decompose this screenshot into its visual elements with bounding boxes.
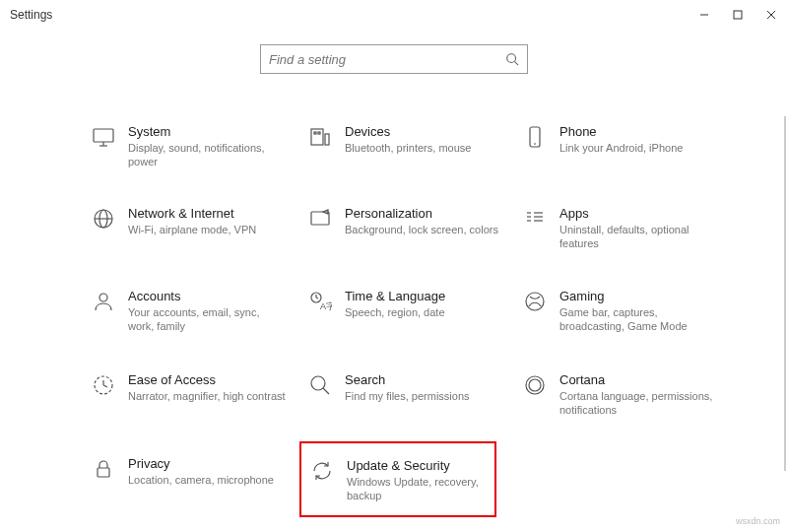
category-desc: Narrator, magnifier, high contrast — [128, 389, 288, 403]
category-network[interactable]: Network & InternetWi-Fi, airplane mode, … — [91, 206, 288, 236]
category-title: Devices — [345, 124, 504, 139]
window-controls — [688, 0, 788, 30]
category-update[interactable]: Update & SecurityWindows Update, recover… — [299, 441, 496, 517]
category-desc: Game bar, captures, broadcasting, Game M… — [559, 305, 719, 334]
display-icon — [91, 124, 116, 150]
category-desc: Link your Android, iPhone — [559, 141, 719, 155]
category-desc: Your accounts, email, sync, work, family — [128, 305, 288, 334]
category-title: Phone — [559, 124, 719, 139]
category-cortana[interactable]: CortanaCortana language, permissions, no… — [522, 372, 719, 418]
category-title: Gaming — [559, 289, 719, 303]
category-system[interactable]: SystemDisplay, sound, notifications, pow… — [91, 124, 288, 169]
category-personalization[interactable]: PersonalizationBackground, lock screen, … — [307, 206, 504, 236]
svg-rect-11 — [318, 132, 320, 134]
cortana-icon — [522, 372, 548, 398]
category-gaming[interactable]: GamingGame bar, captures, broadcasting, … — [522, 289, 719, 334]
globe-icon — [91, 206, 116, 232]
phone-icon — [522, 124, 548, 150]
category-ease[interactable]: Ease of AccessNarrator, magnifier, high … — [91, 372, 288, 403]
category-desc: Cortana language, permissions, notificat… — [559, 389, 719, 418]
category-title: Network & Internet — [128, 206, 288, 221]
category-title: Cortana — [559, 372, 719, 387]
category-search[interactable]: SearchFind my files, permissions — [307, 372, 504, 403]
category-title: Privacy — [128, 456, 288, 471]
xbox-icon — [522, 289, 548, 314]
svg-rect-36 — [98, 468, 109, 477]
category-title: Personalization — [345, 206, 504, 221]
category-title: Apps — [559, 206, 719, 221]
category-time[interactable]: A字 Time & LanguageSpeech, region, date — [307, 289, 504, 319]
magnifier-icon — [307, 372, 333, 398]
svg-point-30 — [526, 293, 544, 310]
search-box[interactable] — [260, 44, 528, 74]
category-desc: Bluetooth, printers, mouse — [345, 141, 504, 155]
category-title: Ease of Access — [128, 372, 288, 387]
category-phone[interactable]: PhoneLink your Android, iPhone — [522, 124, 719, 155]
minimize-button[interactable] — [688, 0, 721, 30]
svg-line-5 — [515, 62, 519, 66]
category-desc: Wi-Fi, airplane mode, VPN — [128, 223, 288, 236]
svg-rect-12 — [325, 134, 329, 145]
svg-point-32 — [311, 376, 325, 390]
category-devices[interactable]: DevicesBluetooth, printers, mouse — [307, 124, 504, 155]
svg-point-4 — [507, 54, 516, 63]
category-title: Accounts — [128, 289, 288, 303]
apps-icon — [522, 206, 548, 232]
person-icon — [91, 289, 116, 314]
svg-point-25 — [99, 294, 107, 301]
category-apps[interactable]: AppsUninstall, defaults, optional featur… — [522, 206, 719, 251]
search-container — [0, 44, 788, 74]
category-privacy[interactable]: PrivacyLocation, camera, microphone — [91, 456, 288, 487]
category-title: System — [128, 124, 288, 139]
svg-rect-9 — [311, 129, 323, 145]
titlebar: Settings — [0, 0, 788, 30]
category-desc: Background, lock screen, colors — [345, 223, 504, 236]
window-title: Settings — [10, 8, 52, 22]
category-desc: Uninstall, defaults, optional features — [559, 223, 719, 251]
close-button[interactable] — [755, 0, 788, 30]
svg-point-35 — [529, 379, 541, 391]
category-desc: Windows Update, recovery, backup — [347, 475, 487, 503]
category-accounts[interactable]: AccountsYour accounts, email, sync, work… — [91, 289, 288, 334]
paint-icon — [307, 206, 333, 232]
category-title: Update & Security — [347, 458, 487, 473]
category-title: Time & Language — [345, 289, 504, 303]
categories-grid: SystemDisplay, sound, notifications, pow… — [91, 116, 778, 532]
svg-line-28 — [316, 298, 318, 299]
time-language-icon: A字 — [307, 289, 333, 314]
ease-icon — [91, 372, 116, 398]
category-desc: Location, camera, microphone — [128, 473, 288, 487]
search-icon — [505, 52, 519, 66]
watermark: wsxdn.com — [736, 516, 780, 526]
category-title: Search — [345, 372, 504, 387]
category-desc: Display, sound, notifications, power — [128, 141, 288, 169]
svg-rect-1 — [734, 11, 742, 19]
scrollbar[interactable] — [784, 116, 786, 471]
maximize-button[interactable] — [721, 0, 755, 30]
svg-rect-6 — [94, 129, 113, 142]
category-desc: Find my files, permissions — [345, 389, 504, 403]
category-desc: Speech, region, date — [345, 305, 504, 319]
svg-text:A字: A字 — [320, 301, 332, 311]
search-input[interactable] — [269, 52, 505, 67]
lock-icon — [91, 456, 116, 482]
svg-rect-10 — [314, 132, 316, 134]
devices-icon — [307, 124, 333, 150]
svg-line-33 — [323, 388, 329, 394]
sync-icon — [309, 458, 335, 484]
